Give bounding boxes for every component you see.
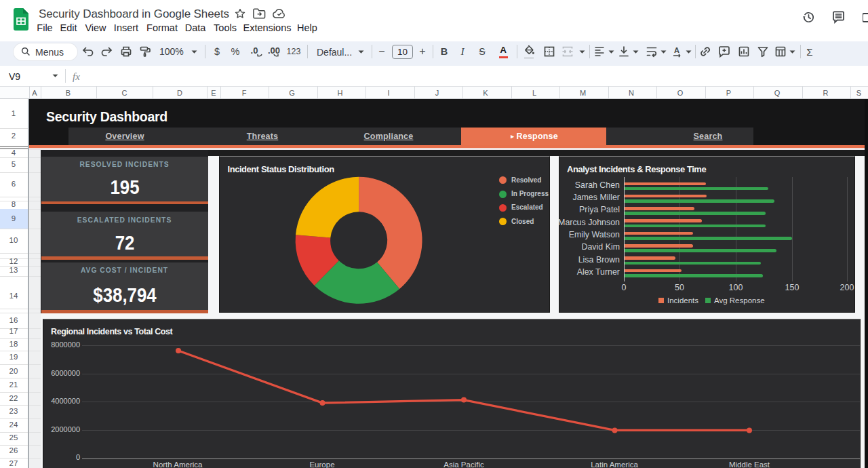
svg-text:A: A: [674, 46, 679, 54]
